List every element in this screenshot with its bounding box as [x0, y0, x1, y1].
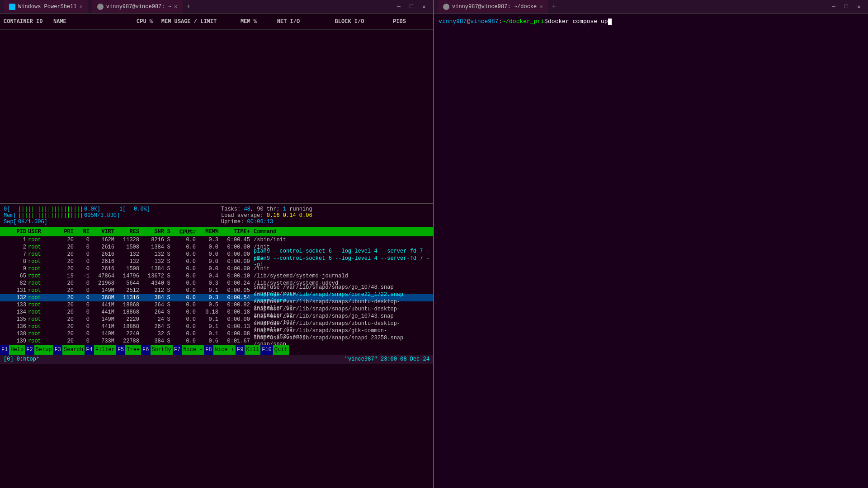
- col-header-name: NAME: [53, 19, 117, 25]
- htop-table-header: PID USER PRI NI VIRT RES SHR S CPU%▽ MEM…: [0, 227, 433, 236]
- ps-icon: [9, 4, 15, 10]
- right-maximize-button[interactable]: □: [841, 1, 852, 12]
- right-minimize-button[interactable]: ─: [828, 1, 839, 12]
- proc-ni: 0: [74, 237, 90, 243]
- proc-pid: 2: [4, 244, 26, 250]
- proc-res: 2220: [114, 316, 139, 323]
- fn-key-item[interactable]: F10 Quit: [260, 345, 288, 355]
- proc-virt: 149M: [90, 331, 114, 337]
- running-label: running: [286, 206, 312, 212]
- tasks-value: 48: [244, 206, 250, 212]
- new-tab-button[interactable]: +: [186, 3, 191, 11]
- terminal-tab[interactable]: vinny987@vince987: ~ ✕: [92, 0, 183, 13]
- proc-user: root: [26, 309, 56, 315]
- proc-mem: 0.5: [196, 302, 218, 308]
- right-close-button[interactable]: ✕: [854, 1, 864, 12]
- col-header-container-id: CONTAINER ID: [4, 19, 53, 25]
- th-pri: PRI: [56, 229, 74, 235]
- prompt-colon: :: [499, 17, 502, 26]
- proc-ni: 0: [74, 302, 90, 308]
- th-mem: MEM%: [196, 229, 218, 235]
- prompt-cmd: docker compose up: [548, 17, 608, 26]
- powershell-tab[interactable]: Windows PowerShell ✕: [4, 0, 88, 13]
- left-pane-actions: ─ □ ✕: [393, 1, 429, 12]
- proc-pri: 20: [56, 338, 74, 344]
- proc-virt: 2616: [90, 266, 114, 272]
- th-cmd: Command: [250, 229, 429, 235]
- proc-res: 2240: [114, 331, 139, 337]
- proc-time: 0:00.00: [218, 244, 250, 250]
- proc-virt: 2616: [90, 251, 114, 258]
- close-button[interactable]: ✕: [419, 1, 429, 12]
- col-header-net: NET I/O: [257, 19, 320, 25]
- proc-pid: 9: [4, 266, 26, 272]
- right-tab-label: vinny987@vince987: ~/docke: [452, 4, 537, 10]
- uptime-value: 00:06:13: [247, 219, 274, 225]
- htop-area: 0[ |||||||||||||||||||| 0.0%] 1[ 0.0%] M…: [0, 204, 433, 488]
- proc-pid: 1: [4, 237, 26, 243]
- fn-key-item[interactable]: F9 Kill: [236, 345, 260, 355]
- powershell-tab-close[interactable]: ✕: [80, 3, 83, 10]
- proc-pri: 20: [56, 237, 74, 243]
- proc-pid: 132: [4, 295, 26, 301]
- fn-key-item[interactable]: F6 SortBy: [141, 345, 173, 355]
- proc-virt: 2616: [90, 258, 114, 265]
- proc-cpu: 0.0: [173, 251, 196, 258]
- proc-pid: 134: [4, 309, 26, 315]
- left-pane-chrome: Windows PowerShell ✕ vinny987@vince987: …: [0, 0, 433, 14]
- proc-cpu: 0.0: [173, 338, 196, 344]
- terminal-tab-close[interactable]: ✕: [174, 3, 177, 10]
- fn-key-item[interactable]: F2 Setup: [25, 345, 53, 355]
- proc-cpu: 0.0: [173, 309, 196, 315]
- proc-user: root: [26, 266, 56, 272]
- proc-mem: 0.18: [196, 309, 218, 315]
- swp-value: 0K/1.00G]: [18, 219, 47, 225]
- table-row: 139 root 20 0 733M 22788 384 S 0.0 0.6 0…: [0, 338, 433, 345]
- load1: 0.16: [267, 212, 280, 219]
- th-pid: PID: [4, 229, 26, 235]
- fn-key-item[interactable]: F4 Filter: [85, 345, 116, 355]
- status-left: [0] 0:htop*: [4, 356, 39, 362]
- maximize-button[interactable]: □: [406, 1, 417, 12]
- fn-key-item[interactable]: F1 Help: [0, 345, 25, 355]
- fn-key-item[interactable]: F3 Search: [53, 345, 85, 355]
- proc-ni: 0: [74, 244, 90, 250]
- proc-time: 0:00.24: [218, 280, 250, 286]
- cpu1-value: 0.0%]: [134, 206, 150, 212]
- proc-pid: 8: [4, 258, 26, 265]
- proc-time: 0:00.54: [218, 295, 250, 301]
- docker-stats-header: CONTAINER ID NAME CPU % MEM USAGE / LIMI…: [0, 14, 433, 30]
- fn-key-item[interactable]: F7 Nice -: [173, 345, 204, 355]
- proc-s: S: [164, 331, 173, 337]
- mem-bar: ||||||||||||||||||||: [18, 212, 83, 219]
- proc-cpu: 0.0: [173, 273, 196, 279]
- right-tab-close[interactable]: ✕: [539, 3, 542, 10]
- proc-pid: 135: [4, 316, 26, 323]
- proc-time: 0:00.00: [218, 316, 250, 323]
- proc-virt: 47864: [90, 273, 114, 279]
- proc-s: S: [164, 273, 173, 279]
- proc-cpu: 0.0: [173, 316, 196, 323]
- right-terminal-tab[interactable]: vinny987@vince987: ~/docke ✕: [438, 0, 548, 13]
- proc-res: 2512: [114, 287, 139, 294]
- proc-res: 22788: [114, 338, 139, 344]
- fn-key-item[interactable]: F5 Tree: [116, 345, 141, 355]
- proc-user: root: [26, 273, 56, 279]
- proc-time: 0:00.00: [218, 266, 250, 272]
- proc-s: S: [164, 237, 173, 243]
- fn-key-item[interactable]: F8 Nice +: [204, 345, 236, 355]
- load-label: Load average:: [221, 212, 267, 219]
- proc-cpu: 0.0: [173, 266, 196, 272]
- terminal-tab-label: vinny987@vince987: ~: [106, 4, 171, 10]
- tasks-text: Tasks:: [221, 206, 244, 212]
- proc-user: root: [26, 258, 56, 265]
- proc-pid: 138: [4, 331, 26, 337]
- proc-s: S: [164, 295, 173, 301]
- proc-pid: 136: [4, 324, 26, 330]
- minimize-button[interactable]: ─: [393, 1, 404, 12]
- fn-num: F1: [0, 345, 9, 355]
- right-new-tab-button[interactable]: +: [552, 3, 556, 11]
- proc-virt: 2616: [90, 244, 114, 250]
- right-terminal-body[interactable]: vinny987 @ vince987 : ~/docker_pri $ doc…: [434, 14, 868, 488]
- cpu1-label: 1[: [119, 206, 133, 212]
